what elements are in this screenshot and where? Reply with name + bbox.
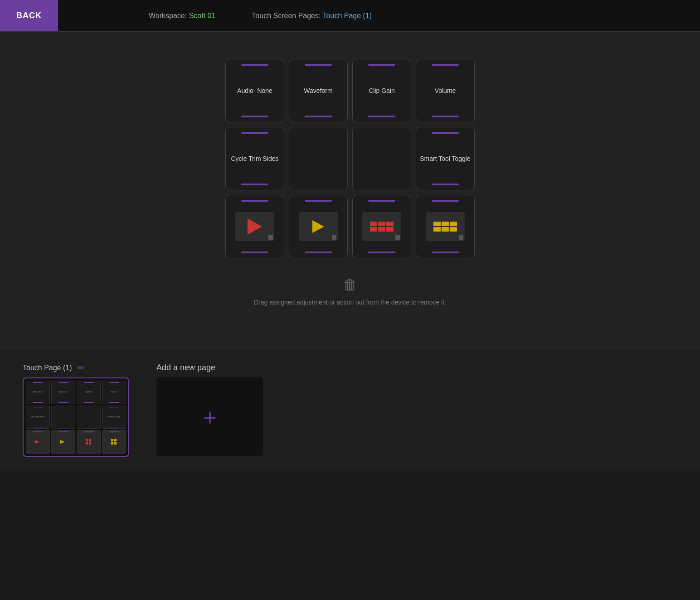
page-section: Touch Page (1) ✏ Audio- None Waveform Cl…	[23, 363, 129, 457]
mini-bottom-bar	[84, 402, 94, 403]
svg-rect-7	[111, 442, 113, 445]
bottom-bar	[432, 116, 459, 117]
mini-arrow-yellow-icon	[60, 439, 67, 445]
mini-film-gold-icon	[111, 439, 117, 445]
edit-icon[interactable]: ✏	[78, 363, 84, 373]
mini-film-red-icon	[86, 439, 92, 445]
mini-cell-empty-2	[77, 406, 101, 429]
mini-bottom-bar	[58, 402, 68, 403]
top-bar	[305, 64, 332, 66]
arrow-red-icon	[248, 218, 262, 235]
icon-bg-3	[362, 212, 401, 241]
svg-marker-1	[60, 440, 65, 444]
cell-icon-2[interactable]	[289, 195, 348, 258]
svg-rect-8	[114, 439, 117, 441]
mini-bottom-bar	[33, 402, 43, 403]
svg-rect-9	[114, 442, 117, 445]
mini-top-bar	[33, 431, 43, 432]
cell-audio-none[interactable]: Audio- None	[225, 59, 284, 122]
mini-top-bar	[33, 382, 43, 383]
film-strip-red-icon	[370, 222, 394, 232]
top-bar	[368, 64, 395, 66]
cell-label-waveform: Waveform	[300, 87, 336, 95]
mini-top-bar	[84, 382, 94, 383]
cell-label-audio-none: Audio- None	[233, 87, 276, 95]
svg-rect-3	[86, 442, 88, 445]
icon-bg-2	[299, 212, 338, 241]
header-info: Workspace: Scott 01 Touch Screen Pages: …	[58, 12, 372, 20]
trash-section: 🗑 Drag assigned adjustment or action out…	[254, 276, 446, 306]
corner-decoration	[268, 235, 273, 240]
mini-top-bar	[84, 431, 94, 432]
trash-icon: 🗑	[343, 276, 357, 293]
top-bar	[432, 200, 459, 202]
arrow-yellow-icon	[312, 220, 324, 233]
cell-empty-1[interactable]	[289, 127, 348, 190]
main-area: Audio- None Waveform Clip Gain Volume Cy…	[0, 32, 700, 349]
mini-top-bar	[109, 431, 119, 432]
mini-cell-icon-2	[51, 430, 75, 454]
icon-bg-1	[235, 212, 274, 241]
cell-icon-4[interactable]	[416, 195, 475, 258]
bottom-bar	[368, 252, 395, 253]
mini-cell-audio-none: Audio- None	[26, 381, 50, 404]
cell-smart-tool[interactable]: Smart Tool Toggle	[416, 127, 475, 190]
icon-bg-4	[426, 212, 465, 241]
bottom-bar	[305, 116, 332, 117]
svg-rect-4	[89, 439, 91, 441]
cell-icon-1[interactable]	[225, 195, 284, 258]
cell-cycle-trim[interactable]: Cycle Trim Sides	[225, 127, 284, 190]
top-bar	[241, 132, 268, 134]
page-label: Touch Page (1)	[23, 364, 72, 372]
mini-top-bar	[58, 431, 68, 432]
add-page-box[interactable]: ＋	[156, 377, 263, 456]
workspace-value: Scott 01	[189, 12, 216, 19]
bottom-bar	[241, 116, 268, 117]
cell-clip-gain[interactable]: Clip Gain	[352, 59, 411, 122]
top-bar	[305, 200, 332, 202]
cell-icon-3[interactable]	[352, 195, 411, 258]
mini-cell-smart-tool: Smart Tool Toggle	[102, 406, 126, 429]
touchscreen-label: Touch Screen Pages: Touch Page (1)	[252, 12, 372, 20]
bottom-bar	[241, 184, 268, 185]
mini-bottom-bar	[58, 452, 68, 453]
add-page-section: Add a new page ＋	[156, 363, 263, 456]
mini-bottom-bar	[84, 452, 94, 453]
bottom-bar	[368, 116, 395, 117]
corner-decoration	[332, 235, 336, 240]
mini-cell-icon-1	[26, 430, 50, 454]
bottom-bar	[432, 252, 459, 253]
bottom-panel: Touch Page (1) ✏ Audio- None Waveform Cl…	[0, 349, 700, 470]
page-thumbnail[interactable]: Audio- None Waveform Clip Gain Volume	[23, 377, 129, 457]
bottom-bar	[432, 184, 459, 185]
cell-label-volume: Volume	[431, 87, 460, 95]
mini-cell-cycle-trim: Cycle Trim Sides	[26, 406, 50, 429]
mini-bottom-bar	[109, 402, 119, 403]
cell-volume[interactable]: Volume	[416, 59, 475, 122]
mini-top-bar	[33, 407, 43, 408]
mini-bottom-bar	[33, 427, 43, 428]
cell-label-clip-gain: Clip Gain	[365, 87, 399, 95]
cell-empty-2[interactable]	[352, 127, 411, 190]
mini-cell-volume: Volume	[102, 381, 126, 404]
corner-decoration	[395, 235, 400, 240]
header: BACK Workspace: Scott 01 Touch Screen Pa…	[0, 0, 700, 32]
mini-cell-waveform: Waveform	[51, 381, 75, 404]
add-page-title: Add a new page	[156, 363, 263, 373]
mini-top-bar	[58, 382, 68, 383]
plus-icon: ＋	[199, 406, 221, 428]
svg-rect-2	[86, 439, 88, 441]
page-section-header: Touch Page (1) ✏	[23, 363, 129, 373]
svg-rect-5	[89, 442, 91, 445]
back-button[interactable]: BACK	[0, 0, 58, 31]
touch-grid: Audio- None Waveform Clip Gain Volume Cy…	[225, 59, 475, 258]
trash-hint: Drag assigned adjustment or action out f…	[254, 299, 446, 306]
mini-top-bar	[109, 407, 119, 408]
bottom-bar	[305, 252, 332, 253]
mini-top-bar	[109, 382, 119, 383]
svg-rect-6	[111, 439, 113, 441]
svg-marker-0	[35, 440, 39, 444]
cell-waveform[interactable]: Waveform	[289, 59, 348, 122]
top-bar	[241, 64, 268, 66]
mini-arrow-red-icon	[35, 439, 41, 445]
